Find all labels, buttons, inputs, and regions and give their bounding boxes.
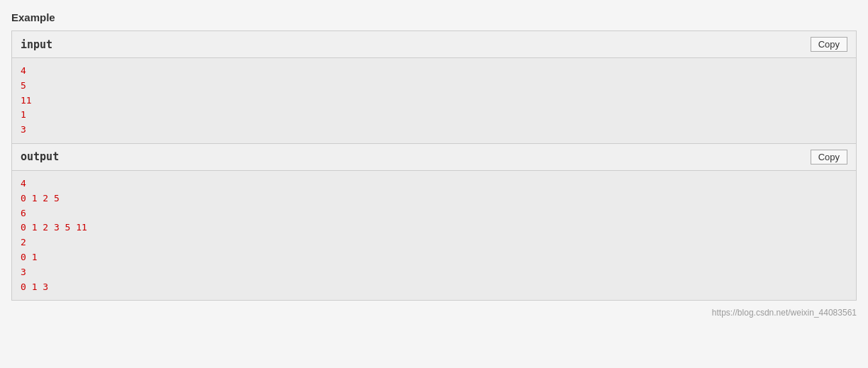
input-line: 1	[21, 108, 847, 123]
input-line: 11	[21, 94, 847, 108]
output-line: 0 1 2 5	[21, 191, 847, 206]
input-copy-button[interactable]: Copy	[811, 37, 847, 52]
input-line: 4	[21, 64, 847, 79]
output-line: 0 1 3	[21, 280, 847, 295]
input-line: 5	[21, 79, 847, 94]
output-line: 4	[21, 177, 847, 191]
output-content: 40 1 2 560 1 2 3 5 1120 130 1 3	[12, 171, 856, 300]
footer-url: https://blog.csdn.net/weixin_44083561	[11, 308, 857, 318]
input-line: 3	[21, 123, 847, 138]
output-header: output Copy	[12, 143, 856, 171]
output-copy-button[interactable]: Copy	[811, 150, 847, 165]
output-line: 2	[21, 235, 847, 250]
page-title: Example	[11, 11, 857, 23]
input-label: input	[21, 38, 52, 51]
input-header: input Copy	[12, 31, 856, 58]
input-content: 451113	[12, 58, 856, 143]
output-line: 6	[21, 206, 847, 221]
output-label: output	[21, 150, 59, 163]
output-line: 0 1	[21, 250, 847, 265]
example-container: input Copy 451113 output Copy 40 1 2 560…	[11, 30, 857, 301]
output-line: 3	[21, 265, 847, 280]
output-line: 0 1 2 3 5 11	[21, 221, 847, 235]
